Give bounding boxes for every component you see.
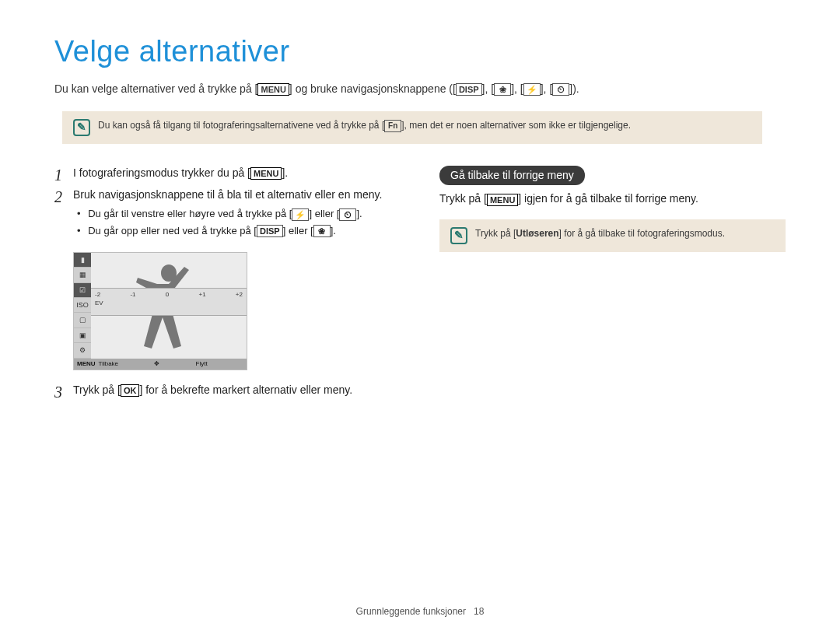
note-box: ✎ Trykk på [Utløseren] for å gå tilbake … (439, 219, 786, 252)
intro-text: ], [ (541, 82, 553, 95)
move-icon: ✥ (154, 359, 159, 368)
disp-button-chip: DISP (257, 225, 283, 237)
ok-button-chip: OK (121, 384, 140, 397)
step-number: 2 (54, 189, 65, 205)
intro-text: ]). (569, 82, 579, 95)
macro-icon: ❀ (313, 225, 331, 237)
sidebar-icon: ISO (74, 298, 91, 313)
back-label: Tilbake (99, 359, 119, 368)
section-heading-pill: Gå tilbake til forrige meny (439, 166, 585, 186)
ev-tick: -1 (130, 290, 135, 299)
intro-text: ], [ (482, 82, 495, 95)
step-number: 3 (54, 384, 65, 400)
menu-button-chip: MENU (257, 83, 289, 96)
sidebar-icon: ▣ (74, 328, 91, 343)
note-text: Du kan også få tilgang til fotografering… (98, 119, 631, 132)
right-paragraph: Trykk på [MENU] igjen for å gå tilbake t… (439, 191, 786, 207)
note-text: Trykk på [Utløseren] for å gå tilbake ti… (475, 227, 725, 240)
ev-tick: 0 (166, 290, 169, 299)
fn-button-chip: Fn (384, 120, 401, 132)
sidebar-icon: ▢ (74, 313, 91, 328)
step-body: Bruk navigasjonsknappene til å bla til e… (73, 187, 401, 247)
bullet-item: Du går opp eller ned ved å trykke på [DI… (77, 224, 401, 238)
right-column: Gå tilbake til forrige meny Trykk på [ME… (439, 166, 786, 252)
move-label: Flytt (196, 359, 208, 368)
menu-button-chip: MENU (487, 194, 518, 206)
timer-icon: ⏲ (552, 83, 569, 96)
ev-tick: +1 (198, 290, 205, 299)
screen-sidebar: ▮ ▦ ☑ ISO ▢ ▣ ⚙ (74, 253, 91, 359)
intro-text: Du kan velge alternativer ved å trykke p… (54, 82, 257, 95)
manual-page: Velge alternativer Du kan velge alternat… (0, 0, 840, 405)
page-title: Velge alternativer (54, 31, 786, 72)
intro-text: ], [ (511, 82, 523, 95)
flash-icon: ⚡ (523, 83, 541, 96)
step-body: I fotograferingsmodus trykker du på [MEN… (73, 166, 401, 181)
step-3: 3 Trykk på [OK] for å bekrefte markert a… (54, 383, 401, 400)
sidebar-icon: ☑ (74, 283, 91, 298)
ev-tick: -2 (95, 290, 100, 299)
timer-icon: ⏲ (339, 208, 356, 221)
left-column: 1 I fotograferingsmodus trykker du på [M… (54, 166, 401, 405)
step-body: Trykk på [OK] for å bekrefte markert alt… (73, 383, 401, 398)
ev-scale-bar: -2 -1 0 +1 +2 EV (91, 288, 247, 316)
ev-tick: +2 (236, 290, 243, 299)
step-number: 1 (54, 167, 65, 183)
intro-paragraph: Du kan velge alternativer ved å trykke p… (54, 82, 786, 97)
ev-scale: -2 -1 0 +1 +2 (95, 290, 243, 299)
menu-button-chip: MENU (77, 359, 96, 368)
intro-text: ] og bruke navigasjonsknappene ([ (289, 82, 456, 95)
two-column-layout: 1 I fotograferingsmodus trykker du på [M… (54, 166, 786, 405)
menu-button-chip: MENU (250, 167, 282, 180)
page-number: 18 (474, 606, 484, 617)
disp-button-chip: DISP (456, 83, 482, 96)
sub-bullet-list: Du går til venstre eller høyre ved å try… (73, 207, 401, 237)
flash-icon: ⚡ (292, 208, 309, 221)
ev-label: EV (95, 299, 243, 307)
step-2: 2 Bruk navigasjonsknappene til å bla til… (54, 187, 401, 247)
macro-icon: ❀ (494, 83, 511, 96)
camera-screen-mockup: ▮ ▦ ☑ ISO ▢ ▣ ⚙ -2 -1 (73, 252, 247, 370)
page-footer: Grunnleggende funksjoner 18 (0, 605, 840, 618)
note-box: ✎ Du kan også få tilgang til fotograferi… (62, 111, 762, 144)
note-icon: ✎ (73, 119, 90, 136)
step-1: 1 I fotograferingsmodus trykker du på [M… (54, 166, 401, 183)
sidebar-icon: ⚙ (74, 343, 91, 358)
sidebar-icon: ▮ (74, 253, 91, 268)
screen-bottom-bar: MENU Tilbake ✥ Flytt (74, 359, 247, 370)
note-icon: ✎ (450, 227, 467, 244)
shutter-label: Utløseren (516, 228, 558, 239)
bullet-item: Du går til venstre eller høyre ved å try… (77, 207, 401, 221)
sidebar-icon: ▦ (74, 268, 91, 282)
footer-text: Grunnleggende funksjoner (356, 606, 466, 617)
